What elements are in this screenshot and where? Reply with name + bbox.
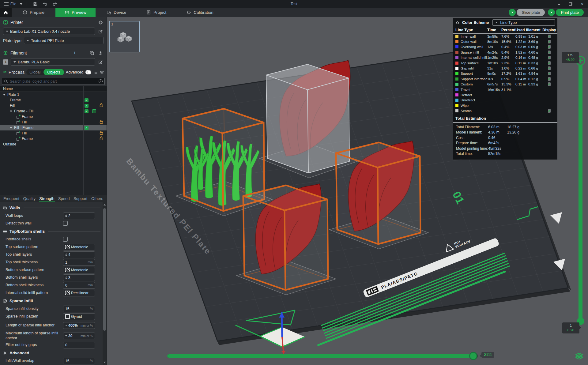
lock-icon[interactable] — [100, 131, 103, 136]
setting-checkbox[interactable] — [63, 237, 68, 242]
remove-filament-button[interactable]: − — [80, 50, 86, 56]
display-checkbox[interactable]: ✓ — [548, 61, 551, 65]
process-scope-toggle[interactable]: Global Objects — [26, 69, 64, 75]
move-slider[interactable] — [167, 354, 478, 358]
display-checkbox[interactable]: ✓ — [548, 66, 551, 70]
parameter-list-icon[interactable] — [93, 69, 98, 75]
setting-pattern-input[interactable]: Rectilinear — [63, 290, 95, 296]
settings-scrollbar[interactable] — [103, 202, 107, 365]
visibility-checkbox[interactable]: ✓ — [85, 109, 89, 113]
display-checkbox[interactable]: ✓ — [548, 40, 551, 43]
tree-row[interactable]: Fill✓ — [0, 103, 107, 108]
tab-calibration[interactable]: Calibration — [177, 8, 223, 17]
display-checkbox[interactable]: ✓ — [548, 45, 551, 49]
scope-global[interactable]: Global — [26, 70, 43, 74]
slice-dropdown-icon[interactable] — [509, 9, 516, 16]
display-checkbox[interactable]: ✓ — [548, 56, 551, 59]
setting-stepper-input[interactable]: 2 — [63, 213, 95, 219]
tab-prepare[interactable]: Prepare — [13, 8, 54, 17]
expander-icon[interactable] — [3, 94, 6, 96]
settings-tab-support[interactable]: Support — [73, 196, 89, 202]
printer-settings-gear-icon[interactable] — [97, 19, 104, 25]
display-checkbox[interactable]: ✓ — [548, 72, 551, 75]
save-icon[interactable] — [31, 1, 39, 7]
section-header[interactable]: Walls — [2, 204, 100, 212]
scrollbar-thumb[interactable] — [103, 208, 106, 331]
setting-unit-input[interactable]: 15% — [63, 306, 95, 312]
scope-objects[interactable]: Objects — [43, 69, 64, 75]
tree-row[interactable]: +Fill — [0, 119, 107, 125]
stepper-arrows-icon[interactable] — [65, 214, 67, 217]
expander-icon[interactable] — [10, 111, 12, 112]
section-header[interactable]: Advanced — [2, 349, 100, 357]
setting-pattern-input[interactable]: Monotonic ... — [63, 244, 95, 250]
tree-row[interactable]: Frame - Fill✓ — [0, 108, 107, 114]
display-checkbox[interactable]: ✓ — [548, 51, 551, 54]
layer-slider[interactable] — [579, 63, 582, 323]
settings-tab-strength[interactable]: Strength — [38, 196, 55, 202]
flush-volumes-icon[interactable] — [89, 50, 95, 56]
display-checkbox[interactable]: ✓ — [548, 82, 551, 86]
color-scheme-select[interactable]: Line Type — [492, 19, 555, 26]
section-header[interactable]: Top/bottom shells — [2, 227, 100, 235]
tree-row[interactable]: Frame✓ — [0, 97, 107, 103]
move-slider-handle[interactable] — [469, 352, 477, 360]
print-plate-button[interactable]: Print plate — [548, 9, 584, 16]
section-header[interactable]: Sparse infill — [2, 297, 100, 305]
collapse-panel-icon[interactable] — [455, 21, 460, 24]
parameter-sliders-icon[interactable] — [100, 69, 104, 75]
settings-tab-speed[interactable]: Speed — [57, 196, 71, 202]
settings-tab-quality[interactable]: Quality — [22, 196, 36, 202]
setting-stepper-input[interactable]: 3 — [63, 274, 95, 281]
setting-dropdown-unit-input[interactable]: 400%mm or % — [63, 322, 95, 329]
lock-icon[interactable] — [100, 120, 103, 125]
tree-row[interactable]: +Fill — [0, 130, 107, 136]
slice-plate-button[interactable]: Slice plate — [509, 9, 545, 16]
setting-pattern-input[interactable]: Monotonic — [63, 267, 95, 273]
visibility-checkbox[interactable]: ✓ — [85, 104, 89, 108]
setting-checkbox[interactable] — [63, 221, 68, 226]
layers-view-icon[interactable] — [575, 351, 584, 360]
visibility-checkbox[interactable]: ✓ — [85, 126, 89, 130]
printer-edit-icon[interactable] — [97, 28, 104, 34]
settings-tab-others[interactable]: Others — [90, 196, 104, 202]
scroll-down-icon[interactable] — [104, 362, 106, 363]
minimize-button[interactable]: – — [553, 0, 565, 8]
visibility-checkbox[interactable]: ✓ — [85, 98, 89, 102]
scroll-up-icon[interactable] — [104, 204, 106, 205]
filament-settings-gear-icon[interactable] — [97, 50, 104, 56]
filament-edit-icon[interactable] — [97, 59, 104, 65]
setting-unit-input[interactable]: 1mm — [63, 259, 95, 266]
setting-unit-input[interactable]: 15% — [63, 358, 95, 364]
display-checkbox[interactable]: ✓ — [548, 77, 551, 81]
stepper-arrows-icon[interactable] — [65, 276, 67, 279]
setting-dropdown-unit-input[interactable]: 20mm or % — [63, 333, 95, 339]
close-button[interactable]: × — [576, 0, 588, 8]
printer-preset-select[interactable]: Bambu Lab X1 Carbon 0.4 nozzle — [3, 28, 95, 35]
plate-type-select[interactable]: Textured PEI Plate — [24, 37, 104, 44]
setting-unit-input[interactable]: 0mm — [63, 282, 95, 289]
lock-icon[interactable] — [100, 103, 103, 108]
tab-preview[interactable]: Preview — [55, 8, 96, 17]
settings-tab-frequent[interactable]: Frequent — [2, 196, 20, 202]
advanced-toggle[interactable] — [85, 70, 92, 74]
expander-icon[interactable] — [10, 127, 12, 129]
tree-row[interactable]: Fill - Frame✓ — [0, 125, 107, 130]
search-input[interactable] — [10, 79, 97, 84]
setting-unit-input[interactable]: 0 — [63, 342, 95, 348]
home-button[interactable] — [0, 8, 12, 17]
add-filament-button[interactable]: + — [72, 50, 78, 56]
tree-row[interactable]: +Frame — [0, 114, 107, 119]
display-checkbox[interactable]: ✓ — [548, 35, 551, 38]
tree-row[interactable]: +Frame — [0, 136, 107, 141]
file-menu-button[interactable]: File — [2, 1, 18, 7]
print-dropdown-icon[interactable] — [548, 9, 555, 16]
model-orange-cube-front[interactable] — [243, 184, 328, 290]
undo-icon[interactable] — [41, 1, 49, 7]
search-clear-icon[interactable]: × — [99, 79, 103, 83]
model-orange-cube-right[interactable] — [336, 141, 420, 244]
setting-pattern-input[interactable]: Gyroid — [63, 313, 95, 320]
display-checkbox[interactable]: ✓ — [548, 109, 551, 113]
setting-stepper-input[interactable]: 4 — [63, 251, 95, 258]
search-bar[interactable]: × — [2, 78, 105, 85]
